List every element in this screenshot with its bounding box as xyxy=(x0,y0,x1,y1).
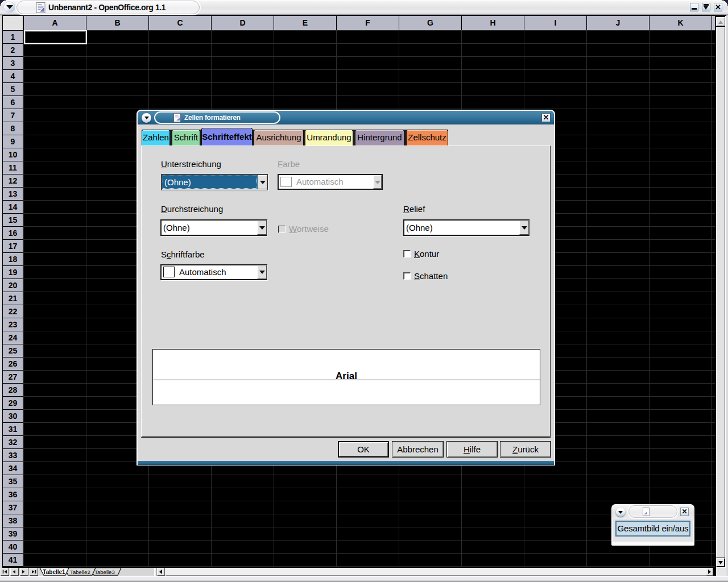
svg-text:Tabelle2: Tabelle2 xyxy=(70,569,90,575)
svg-text:Tabelle1: Tabelle1 xyxy=(43,569,65,575)
svg-text:Tabelle3: Tabelle3 xyxy=(94,569,114,575)
